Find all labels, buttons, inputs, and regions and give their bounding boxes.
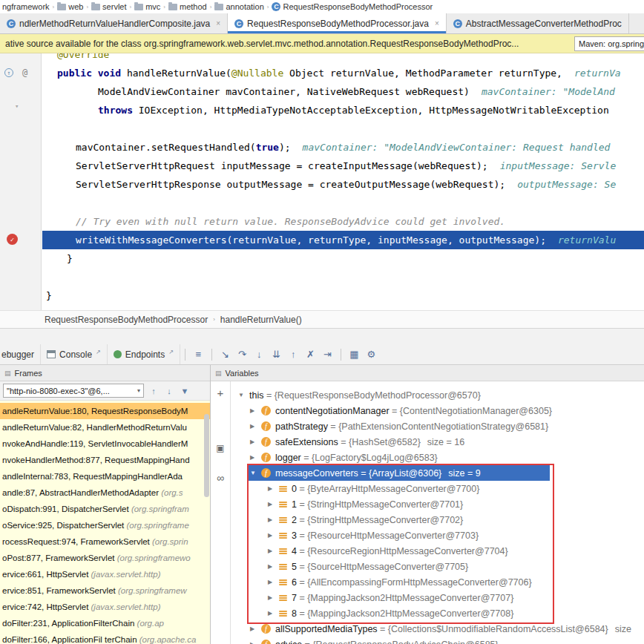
- chevron-down-icon[interactable]: ▼: [238, 392, 249, 398]
- variable-row[interactable]: ▶6 = {AllEncompassingFormHttpMessageConv…: [231, 574, 644, 590]
- frame-row[interactable]: nvokeAndHandle:119, ServletInvocableHand…: [0, 436, 210, 452]
- code-line[interactable]: [42, 268, 644, 286]
- variable-row[interactable]: ▶7 = {MappingJackson2HttpMessageConverte…: [231, 590, 644, 605]
- breakpoint-hit-icon[interactable]: ✓: [7, 234, 18, 245]
- variable-row[interactable]: ▶fadvice = {RequestResponseBodyAdviceCha…: [231, 637, 644, 644]
- breadcrumb-item[interactable]: annotation: [214, 2, 263, 11]
- code-line[interactable]: [42, 119, 644, 138]
- fold-arrow-icon[interactable]: ▾: [15, 102, 19, 110]
- variable-row[interactable]: ▼this = {RequestResponseBodyMethodProces…: [231, 387, 644, 403]
- breadcrumb-item[interactable]: method: [168, 2, 207, 11]
- show-execution-point-icon[interactable]: ↘: [217, 349, 234, 360]
- frame-row[interactable]: andle:87, AbstractHandlerMethodAdapter (…: [0, 484, 210, 501]
- settings-icon[interactable]: ⚙: [363, 349, 380, 360]
- frame-row[interactable]: doFilter:231, ApplicationFilterChain (or…: [0, 615, 210, 631]
- frames-scrollbar[interactable]: [204, 414, 209, 497]
- variable-row[interactable]: ▶fpathStrategy = {PathExtensionContentNe…: [231, 418, 644, 434]
- step-over-icon[interactable]: ↷: [234, 349, 251, 360]
- editor-tab[interactable]: CRequestResponseBodyMethodProcessor.java…: [228, 13, 447, 33]
- chevron-right-icon[interactable]: ▶: [250, 407, 261, 414]
- variable-row[interactable]: ▶fsafeExtensions = {HashSet@6582}size = …: [231, 434, 644, 450]
- variable-row[interactable]: ▶0 = {ByteArrayHttpMessageConverter@7700…: [231, 481, 644, 496]
- breadcrumb-item[interactable]: handleReturnValue(): [220, 315, 302, 325]
- code-line[interactable]: }: [42, 286, 644, 305]
- code-line[interactable]: }: [42, 249, 644, 268]
- frame-row[interactable]: ervice:661, HttpServlet (javax.servlet.h…: [0, 566, 210, 582]
- frame-row[interactable]: oDispatch:991, DispatcherServlet (org.sp…: [0, 501, 210, 517]
- chevron-right-icon[interactable]: ▶: [250, 641, 261, 644]
- variable-row[interactable]: ▼fmessageConverters = {ArrayList@6306}si…: [231, 465, 644, 481]
- code-line[interactable]: public void handleReturnValue(@Nullable …: [42, 64, 644, 82]
- filter-frames-icon[interactable]: ▼: [179, 387, 191, 395]
- view-as-table-icon[interactable]: ▦: [346, 349, 363, 360]
- previous-frame-icon[interactable]: ↑: [148, 387, 160, 395]
- variable-row[interactable]: ▶2 = {StringHttpMessageConverter@7702}: [231, 512, 644, 528]
- close-icon[interactable]: ×: [435, 19, 439, 27]
- frame-row[interactable]: oService:925, DispatcherServlet (org.spr…: [0, 517, 210, 533]
- tool-tab-endpoints[interactable]: Endpoints↗: [108, 344, 180, 364]
- variable-row[interactable]: ▶4 = {ResourceRegionHttpMessageConverter…: [231, 543, 644, 559]
- variable-row[interactable]: ▶5 = {SourceHttpMessageConverter@7705}: [231, 559, 644, 574]
- breadcrumb-item[interactable]: ngframework: [2, 2, 50, 11]
- editor-tab[interactable]: CndlerMethodReturnValueHandlerComposite.…: [0, 13, 228, 33]
- layout-menu-icon[interactable]: ≡: [190, 349, 207, 360]
- execution-line[interactable]: writeWithMessageConverters(returnValue, …: [42, 231, 644, 249]
- run-to-cursor-icon[interactable]: ⇥: [319, 349, 336, 360]
- chevron-right-icon[interactable]: ▶: [268, 548, 279, 554]
- variable-row[interactable]: ▶flogger = {LogFactory$Log4jLog@6583}: [231, 450, 644, 465]
- step-out-icon[interactable]: ↑: [285, 349, 302, 360]
- evaluate-infinity-icon[interactable]: ∞: [217, 472, 224, 484]
- add-watch-icon[interactable]: +: [217, 387, 224, 399]
- chevron-right-icon[interactable]: ▶: [268, 485, 279, 492]
- code-editor[interactable]: ↑ @ ▾ ✓ @Overridepublic void handleRetur…: [0, 53, 644, 310]
- tool-tab-console[interactable]: Console↗: [41, 344, 108, 364]
- force-step-into-icon[interactable]: ⇊: [268, 349, 285, 360]
- code-line[interactable]: throws IOException, HttpMediaTypeNotAcce…: [42, 101, 644, 119]
- chevron-right-icon[interactable]: ▶: [268, 579, 279, 585]
- breadcrumb-item[interactable]: servlet: [91, 2, 126, 11]
- chevron-right-icon[interactable]: ▶: [268, 610, 279, 617]
- chevron-right-icon[interactable]: ▶: [268, 532, 279, 539]
- code-line[interactable]: mavContainer.setRequestHandled(true);mav…: [42, 138, 644, 157]
- breadcrumb-item[interactable]: web: [57, 2, 83, 11]
- code-line[interactable]: ServletServerHttpResponse outputMessage …: [42, 175, 644, 194]
- editor-tab[interactable]: CAbstractMessageConverterMethodProc: [447, 13, 629, 33]
- editor-gutter[interactable]: [0, 53, 42, 310]
- breadcrumb-item[interactable]: CRequestResponseBodyMethodProcessor: [272, 2, 433, 11]
- code-area[interactable]: @Overridepublic void handleReturnValue(@…: [42, 53, 644, 305]
- code-line[interactable]: @Override: [42, 53, 644, 64]
- next-frame-icon[interactable]: ↓: [163, 387, 175, 395]
- drop-frame-icon[interactable]: ✗: [302, 349, 319, 360]
- chevron-right-icon[interactable]: ▶: [250, 438, 261, 445]
- thread-selector[interactable]: "http-nio-8080-exec-3"@6,... ▾: [3, 384, 144, 398]
- step-into-icon[interactable]: ↓: [251, 349, 268, 360]
- code-line[interactable]: [42, 194, 644, 212]
- splitter[interactable]: [0, 328, 644, 344]
- frame-row[interactable]: ervice:851, FrameworkServlet (org.spring…: [0, 582, 210, 599]
- frame-row[interactable]: ervice:742, HttpServlet (javax.servlet.h…: [0, 599, 210, 615]
- breadcrumb-item[interactable]: RequestResponseBodyMethodProcessor: [45, 315, 208, 325]
- code-line[interactable]: // Try even with null return value. Resp…: [42, 212, 644, 231]
- source-selector-dropdown[interactable]: Maven: org.spring ▾: [574, 36, 644, 51]
- chevron-right-icon[interactable]: ▶: [268, 516, 279, 523]
- variable-row[interactable]: ▶8 = {MappingJackson2HttpMessageConverte…: [231, 605, 644, 621]
- chevron-right-icon[interactable]: ▶: [250, 454, 261, 461]
- code-line[interactable]: ServletServerHttpRequest inputMessage = …: [42, 157, 644, 175]
- chevron-right-icon[interactable]: ▶: [268, 501, 279, 507]
- chevron-right-icon[interactable]: ▶: [250, 625, 261, 632]
- close-icon[interactable]: ×: [216, 19, 220, 27]
- frame-row[interactable]: andleReturnValue:82, HandlerMethodReturn…: [0, 419, 210, 436]
- chevron-right-icon[interactable]: ▶: [268, 594, 279, 601]
- variable-row[interactable]: ▶1 = {StringHttpMessageConverter@7701}: [231, 496, 644, 512]
- breadcrumb-item[interactable]: mvc: [134, 2, 160, 11]
- frame-row[interactable]: andleReturnValue:180, RequestResponseBod…: [0, 403, 210, 419]
- frame-row[interactable]: rocessRequest:974, FrameworkServlet (org…: [0, 533, 210, 550]
- frame-row[interactable]: oPost:877, FrameworkServlet (org.springf…: [0, 550, 210, 566]
- chevron-down-icon[interactable]: ▼: [250, 470, 261, 476]
- tool-tab-debugger[interactable]: ebugger: [0, 344, 41, 364]
- frame-row[interactable]: nvokeHandlerMethod:877, RequestMappingHa…: [0, 452, 210, 468]
- variable-row[interactable]: ▶fallSupportedMediaTypes = {Collections$…: [231, 621, 644, 637]
- chevron-right-icon[interactable]: ▶: [268, 563, 279, 570]
- code-line[interactable]: ModelAndViewContainer mavContainer, Nati…: [42, 82, 644, 101]
- override-method-gutter-icon[interactable]: ↑: [4, 68, 13, 77]
